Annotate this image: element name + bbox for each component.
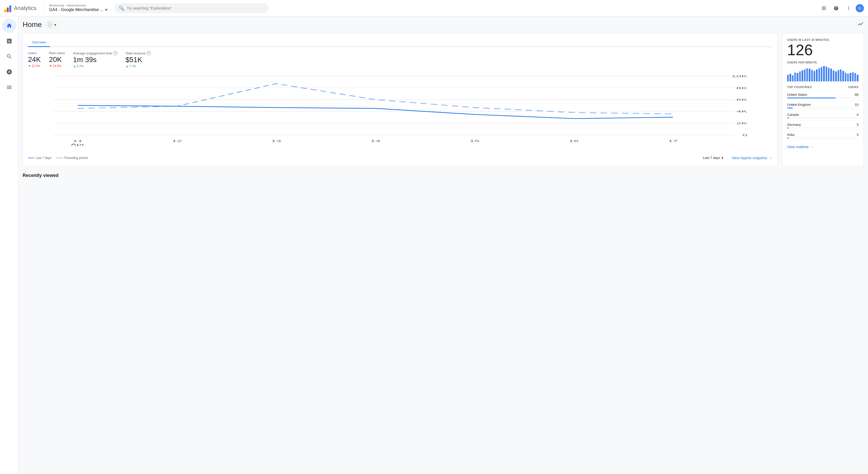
metric-engagement-change: ▲ 0.7% [73,64,117,68]
tab-overview[interactable]: Overview [28,38,50,47]
svg-text:14: 14 [370,139,380,143]
mini-bar [787,75,789,82]
metric-new-users-change: ▼ 24.9% [49,64,65,68]
country-bar-fill [787,107,793,108]
country-users: 86 [855,93,859,97]
metrics-row: Users 24K ▼ 22.3% New users 20K ▼ [28,51,772,68]
legend-dashed: Preceding period [57,156,88,160]
status-badge[interactable]: ✓ ▾ [45,21,59,28]
country-bar-track [787,107,859,108]
more-icon[interactable] [843,3,854,13]
mini-bar [809,69,810,82]
country-bar-track [787,98,859,98]
engagement-info-icon[interactable]: ? [113,51,117,55]
mini-bar [792,75,794,82]
country-row: United States 86 [787,91,859,101]
search-box[interactable]: 🔍 [115,3,269,13]
country-users: 4 [857,113,859,117]
breadcrumb-all-accounts: All accounts [49,4,64,7]
main-content: Home ✓ ▾ Overview [19,17,868,474]
mini-bar [830,69,832,82]
view-realtime-button[interactable]: View realtime → [787,145,859,149]
svg-text:4K: 4K [736,109,748,113]
svg-text:8K: 8K [736,86,748,90]
metric-users[interactable]: Users 24K ▼ 22.3% [28,51,41,68]
top-countries-label: TOP COUNTRIES [787,86,812,89]
country-bar-fill [787,138,789,138]
search-icon: 🔍 [119,5,124,11]
mini-bar [835,71,837,82]
metric-engagement[interactable]: Average engagement time ? 1m 39s ▲ 0.7% [73,51,117,68]
mini-bar [813,71,815,82]
sidebar-item-explore[interactable] [2,49,17,64]
sidebar-item-advertising[interactable] [2,65,17,79]
recently-viewed-title: Recently viewed [23,173,864,178]
mini-bar [847,74,849,82]
view-snapshot-arrow-icon: → [769,156,772,160]
app-header: Analytics All accounts › Demo Account GA… [0,0,868,17]
svg-text:10K: 10K [731,74,748,78]
mini-bar [816,69,817,82]
metric-engagement-value: 1m 39s [73,56,117,64]
svg-text:16: 16 [569,139,579,143]
sidebar [0,17,19,474]
metric-new-users-label: New users [49,51,65,55]
mini-bar [855,73,856,82]
svg-text:11: 11 [73,139,83,143]
legend-dashed-label: Preceding period [64,156,88,160]
svg-text:13: 13 [271,139,281,143]
metric-new-users[interactable]: New users 20K ▼ 24.9% [49,51,65,68]
sidebar-item-configure[interactable] [2,80,17,94]
revenue-info-icon[interactable]: ? [147,51,151,55]
logo-bar-red [7,7,9,12]
mini-bar [852,72,854,82]
chart-svg: 10K 8K 6K 4K 2K 0 11 [28,73,772,150]
metric-users-change: ▼ 22.3% [28,64,41,68]
breadcrumb-demo-account: Demo Account [67,4,86,7]
country-row: India 3 [787,131,859,141]
mini-bar [849,73,851,82]
date-range-button[interactable]: Last 7 days ▾ [700,154,726,161]
account-info[interactable]: All accounts › Demo Account GA4 - Google… [49,4,107,12]
mini-bar-chart [787,66,859,82]
realtime-card: USERS IN LAST 30 MINUTES 126 USERS PER M… [782,33,864,167]
mini-bar [845,73,846,82]
mini-bar [818,68,820,82]
view-snapshot-button[interactable]: View reports snapshot → [732,156,772,160]
metric-users-label: Users [28,51,41,55]
view-realtime-label: View realtime [787,145,809,149]
sidebar-item-home[interactable] [2,19,17,33]
page-header: Home ✓ ▾ [23,21,864,29]
apps-icon[interactable] [819,3,829,13]
country-name-row: India 3 [787,133,859,136]
search-input[interactable] [127,6,265,10]
search-area: 🔍 [115,3,269,13]
mini-bar [804,69,806,82]
country-users: 10 [855,103,859,106]
avatar[interactable]: G [856,4,864,12]
header-actions: G [819,3,864,13]
users-column-label: USERS [848,86,859,89]
breadcrumb: All accounts › Demo Account [49,4,107,7]
metric-revenue-change: ▲ 7.7% [126,64,151,68]
chart-legend: Last 7 days Preceding period [28,156,88,160]
view-realtime-arrow-icon: → [810,145,814,149]
country-bar-track [787,138,859,138]
mini-bar [821,67,822,82]
property-selector[interactable]: GA4 - Google Merchandise ... ▾ [49,7,107,12]
svg-text:12: 12 [172,139,182,143]
legend-dashed-line [57,158,63,158]
country-row: Germany 3 [787,121,859,131]
country-name-row: United Kingdom 10 [787,103,859,106]
legend-solid: Last 7 days [28,156,51,160]
date-range-label: Last 7 days [703,156,720,160]
help-icon[interactable] [831,3,841,13]
trend-icon[interactable] [857,21,864,29]
country-name: United States [787,93,807,97]
metric-revenue[interactable]: Total revenue ? $51K ▲ 7.7% [126,51,151,68]
mini-bar [806,68,808,82]
metric-new-users-value: 20K [49,56,65,64]
sidebar-item-reports[interactable] [2,34,17,48]
mini-bar [838,70,839,82]
property-dropdown-icon[interactable]: ▾ [105,7,107,12]
